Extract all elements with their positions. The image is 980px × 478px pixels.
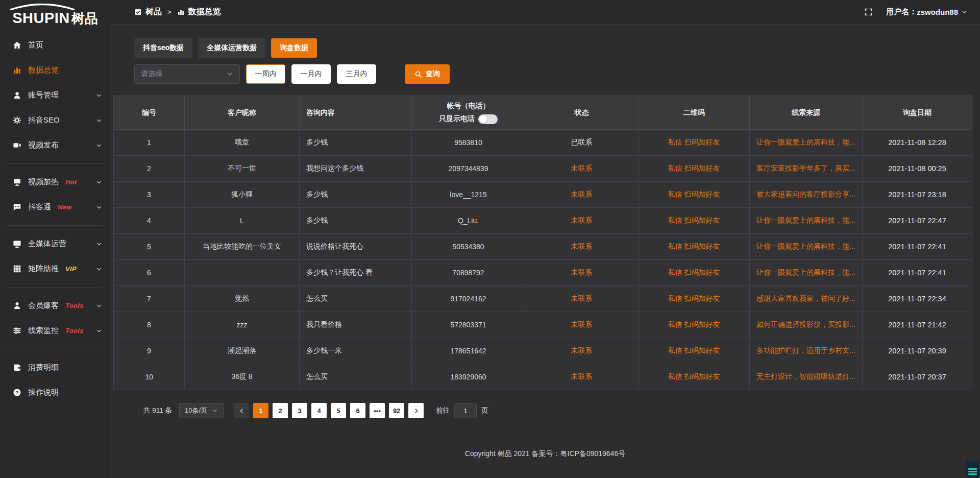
cell-account: 50534380 bbox=[412, 234, 525, 260]
sidebar-item[interactable]: 线索监控 Tools bbox=[0, 318, 110, 343]
prev-page-button[interactable] bbox=[234, 403, 249, 418]
cell-lead-source-link[interactable]: 让你一眼就爱上的黑科技，能... bbox=[750, 130, 863, 156]
cell-qr-links[interactable]: 私信 扫码加好友 bbox=[639, 312, 750, 338]
query-button[interactable]: 查询 bbox=[405, 64, 450, 84]
time-range-button[interactable]: 一周内 bbox=[246, 64, 285, 84]
table-row: 5 当地比较能吃的一位美女 说说价格让我死心 50534380 未联系 私信 扫… bbox=[114, 234, 972, 260]
sidebar-item-label: 视频发布 bbox=[28, 140, 59, 150]
cell-lead-source-link[interactable]: 让你一眼就爱上的黑科技，能... bbox=[750, 208, 863, 234]
cell-id: 6 bbox=[114, 260, 185, 286]
monitor-icon bbox=[13, 240, 21, 248]
sidebar-item[interactable]: 消费明细 bbox=[0, 355, 110, 380]
sidebar-item[interactable]: 数据总览 bbox=[0, 58, 110, 83]
chevron-down-icon bbox=[226, 70, 233, 78]
sidebar-item-label: 抖音SEO bbox=[28, 115, 60, 125]
breadcrumb: 树品 > 数据总览 bbox=[134, 7, 221, 17]
cell-qr-links[interactable]: 私信 扫码加好友 bbox=[639, 156, 750, 182]
page-number-button[interactable]: ••• bbox=[370, 403, 385, 418]
page-size-select[interactable]: 10条/页 bbox=[179, 403, 224, 418]
cell-content: 多少钱 bbox=[300, 182, 412, 208]
phone-only-toggle[interactable] bbox=[478, 114, 498, 124]
sidebar-item[interactable]: 首页 bbox=[0, 33, 110, 58]
cell-account: 917024162 bbox=[412, 286, 525, 312]
table-row: 9 潮起潮落 多少钱一米 178651642 未联系 私信 扫码加好友 多功能护… bbox=[114, 338, 972, 364]
sidebar-item[interactable]: 抖音SEO bbox=[0, 108, 110, 133]
tab-button[interactable]: 抖音seo数据 bbox=[134, 38, 192, 58]
cell-qr-links[interactable]: 私信 扫码加好友 bbox=[639, 260, 750, 286]
username-value[interactable]: zswodun88 bbox=[917, 8, 958, 16]
cell-lead-source-link[interactable]: 客厅安装投影半年多了，真实... bbox=[750, 156, 863, 182]
account-select[interactable]: 请选择 bbox=[134, 64, 240, 84]
cell-lead-source-link[interactable]: 感谢大家喜欢我家，被问了好... bbox=[750, 286, 863, 312]
page-number-button[interactable]: 5 bbox=[331, 403, 346, 418]
sidebar-item[interactable]: 视频发布 bbox=[0, 133, 110, 158]
browser-corner-widget[interactable] bbox=[966, 461, 979, 477]
sidebar-item-label: 线索监控 bbox=[28, 326, 59, 336]
fullscreen-icon[interactable] bbox=[864, 8, 873, 16]
app-logo: SHUPIN 树品 bbox=[0, 0, 110, 33]
cell-qr-links[interactable]: 私信 扫码加好友 bbox=[639, 338, 750, 364]
page-number-button[interactable]: 6 bbox=[350, 403, 365, 418]
table-header-row: 编号 客户昵称 咨询内容 帐号（电话） 只显示电话 状态 二维码 线索来源 bbox=[114, 96, 972, 130]
tab-label: 全媒体运营数据 bbox=[207, 43, 257, 53]
sidebar-divider bbox=[7, 163, 103, 164]
sidebar-item-label: 账号管理 bbox=[28, 90, 59, 100]
page-number-button[interactable]: 4 bbox=[311, 403, 327, 418]
time-range-button[interactable]: 三月内 bbox=[337, 64, 376, 84]
col-header-source: 线索来源 bbox=[750, 96, 863, 130]
table-row: 7 觉然 怎么买 917024162 未联系 私信 扫码加好友 感谢大家喜欢我家… bbox=[114, 286, 972, 312]
cell-content: 怎么买 bbox=[300, 364, 412, 390]
tab-button[interactable]: 全媒体运营数据 bbox=[198, 38, 265, 58]
cell-qr-links[interactable]: 私信 扫码加好友 bbox=[639, 286, 750, 312]
cell-status: 未联系 bbox=[525, 182, 639, 208]
sidebar-item[interactable]: 矩阵助推 VIP bbox=[0, 256, 110, 281]
cell-qr-links[interactable]: 私信 扫码加好友 bbox=[639, 234, 750, 260]
sidebar-item-label: 消费明细 bbox=[28, 363, 59, 372]
cell-lead-source-link[interactable]: 被大家追着问的客厅投影分享... bbox=[750, 182, 863, 208]
sidebar-item-label: 抖客通 bbox=[28, 202, 51, 212]
time-range-button[interactable]: 一月内 bbox=[291, 64, 331, 84]
cell-status: 未联系 bbox=[525, 286, 639, 312]
cell-lead-source-link[interactable]: 多功能护栏灯，适用于乡村文... bbox=[750, 338, 863, 364]
cell-qr-links[interactable]: 私信 扫码加好友 bbox=[639, 182, 750, 208]
home-icon bbox=[13, 41, 21, 50]
cell-id: 4 bbox=[114, 208, 185, 234]
data-tabs: 抖音seo数据 全媒体运营数据 询盘数据 bbox=[134, 38, 980, 58]
cell-lead-source-link[interactable]: 让你一眼就爱上的黑科技，能... bbox=[750, 234, 863, 260]
sidebar-item[interactable]: 抖客通 New bbox=[0, 195, 110, 220]
cell-qr-links[interactable]: 私信 扫码加好友 bbox=[639, 130, 750, 156]
search-icon bbox=[414, 70, 422, 78]
cell-status: 未联系 bbox=[525, 364, 639, 390]
cell-lead-source-link[interactable]: 如何正确选择投影仪，买投影... bbox=[750, 312, 863, 338]
tab-button[interactable]: 询盘数据 bbox=[271, 38, 317, 58]
sidebar-item[interactable]: 账号管理 bbox=[0, 83, 110, 108]
sidebar-item[interactable]: 视频加热 Hot bbox=[0, 170, 110, 195]
page-number-button[interactable]: 3 bbox=[292, 403, 307, 418]
cell-account: 183929060 bbox=[412, 364, 525, 390]
cell-nickname: L bbox=[185, 208, 300, 234]
page-number-button[interactable]: 1 bbox=[253, 403, 268, 418]
sidebar-item[interactable]: 会员爆客 Tools bbox=[0, 293, 110, 318]
cell-date: 2021-11-07 23:18 bbox=[863, 182, 972, 208]
col-header-qrcode: 二维码 bbox=[639, 96, 750, 130]
page-number-button[interactable]: 2 bbox=[273, 403, 288, 418]
time-range-label: 一月内 bbox=[301, 69, 322, 79]
cell-qr-links[interactable]: 私信 扫码加好友 bbox=[639, 364, 750, 390]
video-camera-icon bbox=[13, 141, 21, 150]
app-square-icon bbox=[134, 8, 142, 16]
logo-text: SHUPIN 树品 bbox=[12, 10, 98, 28]
goto-page-input[interactable] bbox=[454, 403, 477, 418]
breadcrumb-root[interactable]: 树品 bbox=[145, 7, 162, 17]
cell-lead-source-link[interactable]: 让你一眼就爱上的黑科技，能... bbox=[750, 260, 863, 286]
cell-qr-links[interactable]: 私信 扫码加好友 bbox=[639, 208, 750, 234]
cell-lead-source-link[interactable]: 无主灯设计，智能磁吸轨道灯... bbox=[750, 364, 863, 390]
select-placeholder: 请选择 bbox=[141, 69, 162, 79]
sidebar-item[interactable]: ? 操作说明 bbox=[0, 380, 110, 405]
app-root: SHUPIN 树品 首页 数据总览 bbox=[0, 0, 980, 478]
page-number-button[interactable]: 92 bbox=[389, 403, 404, 418]
cell-date: 2021-11-07 22:47 bbox=[863, 208, 972, 234]
user-menu-chevron-icon[interactable] bbox=[961, 9, 968, 15]
cell-content: 怎么买 bbox=[300, 286, 412, 312]
next-page-button[interactable] bbox=[408, 403, 424, 418]
sidebar-item[interactable]: 全媒体运营 bbox=[0, 231, 110, 256]
